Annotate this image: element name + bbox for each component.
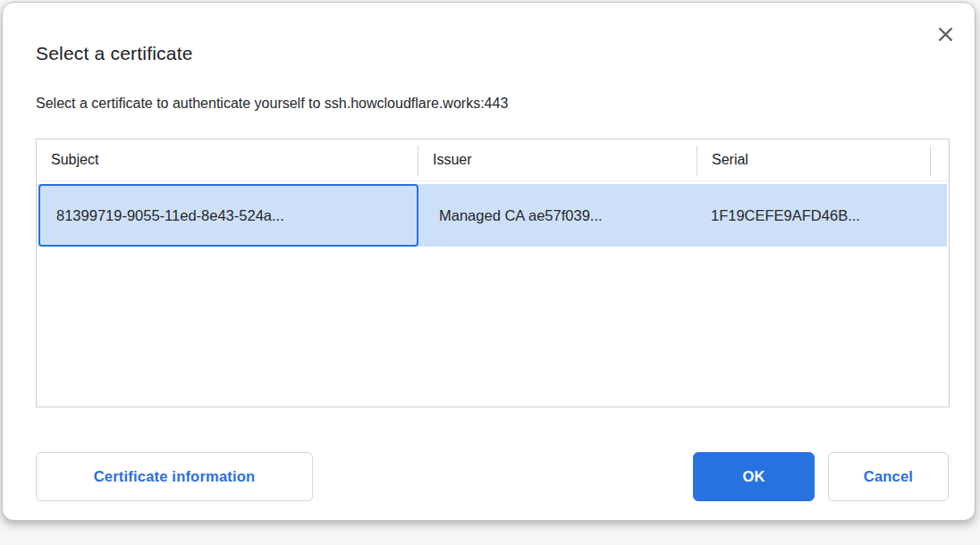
dialog-subtitle: Select a certificate to authenticate you… xyxy=(36,96,508,112)
column-header-serial: Serial xyxy=(697,139,931,180)
table-header: Subject Issuer Serial xyxy=(37,139,949,181)
cell-subject[interactable]: 81399719-9055-11ed-8e43-524a... xyxy=(38,184,418,247)
certificate-information-button[interactable]: Certificate information xyxy=(36,452,313,501)
column-header-issuer: Issuer xyxy=(418,139,697,180)
close-button[interactable] xyxy=(934,22,957,46)
ok-button[interactable]: OK xyxy=(693,452,815,501)
certificate-row-selected[interactable]: 81399719-9055-11ed-8e43-524a... Managed … xyxy=(38,184,947,247)
cell-serial[interactable]: 1F19CEFE9AFD46B... xyxy=(697,184,931,247)
cancel-button[interactable]: Cancel xyxy=(828,452,949,501)
certificate-select-dialog: Select a certificate Select a certificat… xyxy=(2,2,976,521)
column-header-subject: Subject xyxy=(37,139,418,180)
dialog-title: Select a certificate xyxy=(36,43,193,64)
column-header-filler xyxy=(931,139,949,180)
close-icon xyxy=(937,26,954,43)
certificate-table: Subject Issuer Serial 81399719-9055-11ed… xyxy=(36,138,950,407)
cell-issuer[interactable]: Managed CA ae57f039... xyxy=(418,184,697,247)
